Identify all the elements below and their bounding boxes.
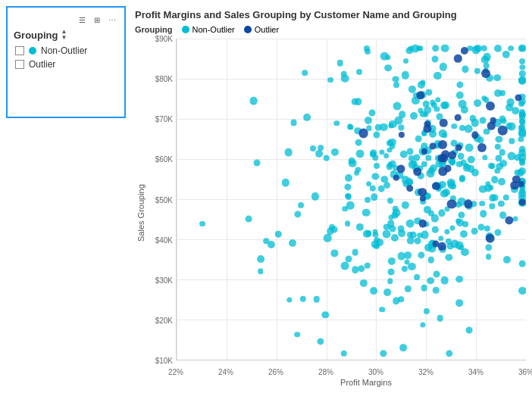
scatter-dot-non-outlier [388,257,396,265]
scatter-dot-non-outlier [375,124,382,131]
scatter-dot-non-outlier [456,81,463,88]
scatter-dot-non-outlier [331,250,338,257]
scatter-dot-non-outlier [455,201,462,207]
chart-container: Sales Grouping $90K$80K$70K$60K$50K$40K$… [135,39,526,387]
scatter-dot-outlier [498,126,507,135]
scatter-dot-non-outlier [402,201,409,209]
scatter-dot-non-outlier [418,45,423,51]
filter-non-outlier[interactable]: Non-Outlier [14,45,118,56]
scatter-dot-non-outlier [456,92,464,99]
scatter-dot-non-outlier [499,160,507,167]
scatter-dot-outlier [446,199,456,209]
scatter-dot-non-outlier [383,153,390,159]
scatter-dot-non-outlier [363,230,371,238]
scatter-dot-non-outlier [420,323,425,328]
scatter-dot-non-outlier [432,45,440,52]
scatter-dot-non-outlier [327,77,333,83]
filter-outlier[interactable]: Outlier [14,59,118,70]
scatter-dot-non-outlier [390,226,396,232]
scatter-dot-non-outlier [518,287,526,295]
scatter-dot-non-outlier [257,255,264,263]
scatter-dot-non-outlier [474,99,481,107]
scatter-dot-outlier [406,185,414,192]
scatter-dot-non-outlier [199,221,205,227]
scatter-dot-non-outlier [474,68,480,74]
non-outlier-checkbox[interactable] [15,46,24,55]
scatter-dot-non-outlier [402,71,409,79]
scatter-dot-non-outlier [323,155,330,162]
scatter-dot-non-outlier [508,45,514,51]
scatter-dot-non-outlier [387,197,393,203]
scatter-dot-non-outlier [432,56,439,63]
scatter-dot-non-outlier [456,219,464,226]
scatter-dot-non-outlier [341,262,349,270]
scatter-dot-non-outlier [499,90,505,96]
sort-arrows[interactable]: ▲ ▼ [61,29,67,41]
scatter-dot-non-outlier [480,117,487,124]
scatter-dot-non-outlier [438,210,445,217]
lines-icon[interactable]: ☰ [76,14,88,26]
gridline-vertical [476,39,477,360]
y-axis-label: Sales Grouping [135,39,146,387]
scatter-dot-non-outlier [421,285,427,292]
scatter-dot-non-outlier [519,146,526,153]
legend-item-non-outlier: Non-Outlier [182,25,235,34]
y-label: $70K [155,115,173,123]
scatter-dot-non-outlier [518,44,526,52]
more-icon[interactable]: ⋯ [106,14,118,26]
scatter-dot-non-outlier [499,115,506,122]
chart-inner: $90K$80K$70K$60K$50K$40K$30K$20K$10K Pro… [146,39,526,387]
scatter-dot-non-outlier [494,168,500,174]
scatter-dot-non-outlier [254,160,261,167]
gridline-horizontal [177,239,526,240]
scatter-dot-non-outlier [433,271,440,278]
table-icon[interactable]: ⊞ [91,14,103,26]
scatter-dot-non-outlier [374,243,380,249]
scatter-dot-non-outlier [518,101,524,107]
scatter-dot-non-outlier [461,106,468,114]
grouping-label: Grouping [14,30,58,41]
scatter-dot-outlier [486,233,496,243]
scatter-dot-outlier [455,114,462,121]
scatter-dot-non-outlier [393,297,399,304]
scatter-dot-non-outlier [427,277,434,285]
scatter-dot-non-outlier [460,230,468,238]
scatter-dot-outlier [429,142,436,149]
scatter-dot-non-outlier [313,296,320,303]
scatter-dot-non-outlier [502,51,510,58]
scatter-dot-non-outlier [428,257,434,263]
scatter-dot-non-outlier [471,228,478,235]
scatter-dot-non-outlier [458,211,465,218]
scatter-dot-non-outlier [424,308,430,314]
scatter-dot-non-outlier [484,225,490,231]
scatter-dot-non-outlier [449,225,455,230]
scatter-dot-outlier [487,122,496,130]
y-label: $10K [155,357,173,365]
scatter-dot-non-outlier [289,239,296,247]
scatter-dot-non-outlier [471,46,480,55]
scatter-dot-non-outlier [352,249,358,256]
scatter-dot-non-outlier [294,332,300,338]
scatter-dot-non-outlier [414,274,420,280]
y-label: $50K [155,195,173,204]
gridline-vertical [177,39,177,360]
scatter-dot-outlier [486,101,495,111]
scatter-dot-non-outlier [519,70,526,77]
y-label: $80K [155,75,173,83]
scatter-dot-non-outlier [452,123,457,129]
outlier-checkbox[interactable] [15,60,24,69]
scatter-dot-non-outlier [345,183,352,190]
scatter-dot-non-outlier [512,217,518,222]
x-label: 36% [518,368,532,376]
scatter-dot-outlier [454,55,462,62]
y-label: $90K [155,35,173,43]
scatter-dot-non-outlier [483,53,491,61]
gridline-horizontal [177,79,526,80]
scatter-dot-non-outlier [479,201,485,207]
scatter-dot-non-outlier [406,47,413,54]
scatter-dot-non-outlier [387,279,393,284]
scatter-dot-non-outlier [349,159,357,167]
scatter-dot-non-outlier [282,179,289,186]
y-axis-labels: $90K$80K$70K$60K$50K$40K$30K$20K$10K [146,39,176,360]
scatter-dot-non-outlier [383,230,391,239]
